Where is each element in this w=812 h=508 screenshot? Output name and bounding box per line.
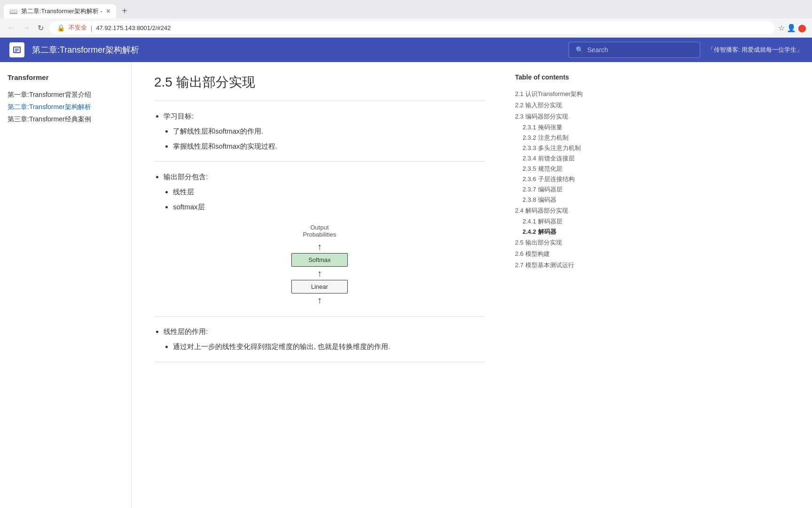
back-button[interactable]: ← bbox=[6, 22, 17, 34]
content-area: 2.5 输出部分实现 学习目标: 了解线性层和softmax的作用. 掌握线性层… bbox=[132, 62, 508, 508]
linear-role-list: 线性层的作用: bbox=[154, 326, 485, 337]
tab-close-button[interactable]: × bbox=[106, 8, 110, 15]
address-separator: | bbox=[91, 24, 92, 32]
search-box[interactable]: 🔍 bbox=[569, 42, 700, 58]
active-tab: 📖 第二章:Transformer架构解析 - × bbox=[4, 4, 116, 18]
insecure-icon: 🔒 bbox=[57, 24, 65, 32]
output-items-sublist: 线性层 softmax层 bbox=[164, 186, 485, 213]
toc-item-2-3-4[interactable]: 2.3.4 前馈全连接层 bbox=[515, 153, 622, 164]
toc-item-2-3-5[interactable]: 2.3.5 规范化层 bbox=[515, 164, 622, 174]
sidebar-item-chapter1[interactable]: 第一章:Transformer背景介绍 bbox=[8, 89, 124, 101]
bookmark-icon[interactable]: ☆ bbox=[778, 24, 785, 32]
address-input-wrap[interactable]: 🔒 不安全 | 47.92.175.143:8001/2/#242 bbox=[49, 21, 774, 34]
diagram-label-probs: Probabilities bbox=[303, 231, 336, 238]
diagram-arrow-3: ↑ bbox=[317, 295, 322, 305]
toc-item-2-2[interactable]: 2.2 输入部分实现 bbox=[515, 100, 622, 111]
toc-item-2-3-3[interactable]: 2.3.3 多头注意力机制 bbox=[515, 143, 622, 153]
tab-title: 第二章:Transformer架构解析 - bbox=[21, 7, 102, 16]
logo-icon bbox=[12, 45, 22, 55]
new-tab-button[interactable]: + bbox=[118, 4, 131, 18]
toc-title: Table of contents bbox=[515, 73, 622, 81]
toc-item-2-4-1[interactable]: 2.4.1 解码器层 bbox=[515, 216, 622, 227]
linear-role-item-1: 通过对上一步的线性变化得到指定维度的输出, 也就是转换维度的作用. bbox=[173, 341, 485, 352]
toc-item-2-3-6[interactable]: 2.3.6 子层连接结构 bbox=[515, 174, 622, 184]
divider-1 bbox=[154, 101, 485, 101]
toc-item-2-3-8[interactable]: 2.3.8 编码器 bbox=[515, 195, 622, 205]
toc-item-2-1[interactable]: 2.1 认识Transformer架构 bbox=[515, 88, 622, 100]
diagram-arrow-1: ↑ bbox=[317, 242, 322, 251]
browser-chrome: 📖 第二章:Transformer架构解析 - × + ← → ↻ 🔒 不安全 … bbox=[0, 0, 812, 38]
output-item-softmax: softmax层 bbox=[173, 201, 485, 213]
output-parts-list: 输出部分包含: bbox=[154, 171, 485, 183]
tab-bar: 📖 第二章:Transformer架构解析 - × + bbox=[0, 0, 812, 18]
search-icon: 🔍 bbox=[576, 46, 584, 54]
main-layout: Transformer 第一章:Transformer背景介绍 第二章:Tran… bbox=[0, 62, 812, 508]
address-right-icons: ☆ 👤 ⬤ bbox=[778, 24, 806, 32]
sidebar-item-chapter3[interactable]: 第三章:Transformer经典案例 bbox=[8, 113, 124, 126]
toc-item-2-7[interactable]: 2.7 模型基本测试运行 bbox=[515, 260, 622, 271]
linear-role-intro: 线性层的作用: bbox=[164, 326, 485, 337]
toc-item-2-3-2[interactable]: 2.3.2 注意力机制 bbox=[515, 133, 622, 143]
app-logo bbox=[9, 42, 24, 57]
section-title: 2.5 输出部分实现 bbox=[154, 73, 485, 91]
output-item-linear: 线性层 bbox=[173, 186, 485, 198]
diagram-label-output: Output bbox=[310, 224, 328, 231]
learning-goals-intro: 学习目标: bbox=[164, 111, 485, 122]
diagram-label-top: Output Probabilities bbox=[303, 224, 336, 238]
toc-item-2-3-7[interactable]: 2.3.7 编码器层 bbox=[515, 184, 622, 195]
sidebar-item-chapter2[interactable]: 第二章:Transformer架构解析 bbox=[8, 101, 124, 113]
search-input[interactable] bbox=[587, 46, 693, 54]
toc-item-2-4[interactable]: 2.4 解码器部分实现 bbox=[515, 205, 622, 216]
divider-3 bbox=[154, 316, 485, 317]
extension-icon[interactable]: ⬤ bbox=[798, 24, 806, 32]
linear-role-sublist: 通过对上一步的线性变化得到指定维度的输出, 也就是转换维度的作用. bbox=[164, 341, 485, 352]
toc-item-2-4-2[interactable]: 2.4.2 解码器 bbox=[515, 227, 622, 237]
toc-item-2-5[interactable]: 2.5 输出部分实现 bbox=[515, 237, 622, 248]
sidebar: Transformer 第一章:Transformer背景介绍 第二章:Tran… bbox=[0, 62, 132, 508]
app-tagline: 「传智播客: 用爱成就每一位学生」 bbox=[708, 46, 803, 54]
address-text: 47.92.175.143:8001/2/#242 bbox=[96, 24, 171, 32]
learning-goals-list: 学习目标: bbox=[154, 111, 485, 122]
reload-button[interactable]: ↻ bbox=[36, 22, 46, 34]
learning-goal-2: 掌握线性层和softmax的实现过程. bbox=[173, 141, 485, 152]
diagram-box-linear: Linear bbox=[291, 280, 348, 294]
app-header: 第二章:Transformer架构解析 🔍 「传智播客: 用爱成就每一位学生」 bbox=[0, 38, 812, 62]
divider-4 bbox=[154, 362, 485, 362]
diagram-box-softmax: Softmax bbox=[291, 253, 348, 267]
diagram: Output Probabilities ↑ Softmax ↑ Linear … bbox=[291, 224, 348, 305]
diagram-arrow-2: ↑ bbox=[317, 269, 322, 278]
app-title: 第二章:Transformer架构解析 bbox=[32, 44, 561, 56]
tab-icon: 📖 bbox=[9, 8, 17, 15]
forward-button[interactable]: → bbox=[21, 22, 32, 34]
toc-item-2-3-1[interactable]: 2.3.1 掩码张量 bbox=[515, 122, 622, 133]
profile-icon[interactable]: 👤 bbox=[787, 24, 796, 32]
toc-item-2-3[interactable]: 2.3 编码器部分实现 bbox=[515, 111, 622, 122]
diagram-container: Output Probabilities ↑ Softmax ↑ Linear … bbox=[154, 224, 485, 305]
learning-goals-sublist: 了解线性层和softmax的作用. 掌握线性层和softmax的实现过程. bbox=[164, 126, 485, 152]
output-parts-intro: 输出部分包含: bbox=[164, 171, 485, 183]
insecure-label: 不安全 bbox=[69, 24, 87, 32]
divider-2 bbox=[154, 161, 485, 162]
table-of-contents: Table of contents 2.1 认识Transformer架构 2.… bbox=[508, 62, 630, 508]
address-bar: ← → ↻ 🔒 不安全 | 47.92.175.143:8001/2/#242 … bbox=[0, 18, 812, 37]
sidebar-title: Transformer bbox=[8, 73, 124, 81]
learning-goal-1: 了解线性层和softmax的作用. bbox=[173, 126, 485, 137]
toc-item-2-6[interactable]: 2.6 模型构建 bbox=[515, 248, 622, 260]
